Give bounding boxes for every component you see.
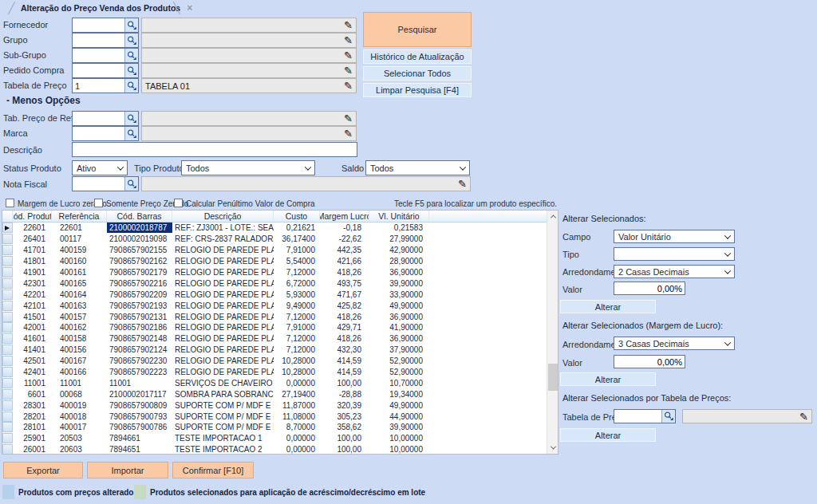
row-indicator[interactable] (2, 267, 13, 278)
cell[interactable]: 25901 (13, 433, 52, 443)
cell[interactable]: 2100002017117 (107, 389, 172, 400)
subgrupo-code-input[interactable] (73, 49, 124, 62)
fornecedor-search-button[interactable] (124, 18, 138, 32)
cell[interactable]: 28201 (13, 411, 52, 422)
cell[interactable]: 11001 (52, 378, 107, 388)
column-header[interactable]: Cód. Produto (13, 211, 52, 222)
cell[interactable]: 400156 (52, 345, 107, 355)
table-row[interactable]: 26401001172100002019098REF: CRS-2837 RAL… (2, 234, 547, 245)
row-indicator[interactable] (2, 389, 13, 400)
cell[interactable]: 37,90000 (369, 345, 429, 355)
cell[interactable]: 19,34000 (369, 389, 429, 400)
cell[interactable]: 44,90000 (369, 411, 429, 422)
nota-fiscal-code-input[interactable] (73, 177, 124, 191)
edit-pencil-icon[interactable]: ✎ (344, 35, 353, 45)
cell[interactable]: RELOGIO DE PAREDE PLASTICO (172, 322, 274, 333)
cell[interactable]: RELOGIO DE PAREDE PLASTICO (172, 278, 274, 289)
cell[interactable]: 42201 (13, 289, 52, 300)
cell[interactable]: 7,12000 (274, 333, 320, 344)
table-row[interactable]: 110011100111001SERVIÇOS DE CHAVEIRO0,000… (2, 377, 547, 388)
edit-pencil-icon[interactable]: ✎ (458, 179, 467, 189)
cell[interactable]: 7,91000 (274, 245, 320, 255)
row-indicator[interactable] (2, 400, 13, 411)
cell[interactable]: 429,71 (320, 322, 369, 333)
column-header[interactable]: Referência (52, 211, 107, 222)
cell[interactable]: 400157 (52, 312, 107, 322)
cell[interactable]: 0,00000 (274, 378, 320, 388)
scroll-down-button[interactable] (547, 442, 558, 454)
cell[interactable]: -28,88 (320, 389, 369, 400)
grid-vertical-scrollbar[interactable] (547, 211, 558, 454)
importar-button[interactable]: Importar (87, 462, 168, 478)
table-row[interactable]: 424014001667908657902223RELOGIO DE PARED… (2, 367, 547, 378)
cell[interactable]: 400160 (52, 256, 107, 266)
table-row[interactable]: 6601000682100002017117SOMBRA PARA SOBRAN… (2, 388, 547, 400)
cell[interactable]: 7908657902230 (107, 356, 172, 366)
cell[interactable]: 358,62 (320, 422, 369, 432)
row-indicator[interactable] (2, 278, 13, 289)
tabela-preco-search-button[interactable] (124, 79, 138, 93)
cell[interactable]: 7894661 (107, 433, 172, 443)
cell[interactable]: 400162 (52, 322, 107, 333)
cell[interactable]: 418,26 (320, 267, 369, 278)
cell[interactable]: 11,87000 (274, 400, 320, 411)
cell[interactable]: 7908657902179 (107, 267, 172, 278)
column-header[interactable]: Margem Lucro (320, 211, 369, 222)
table-row[interactable]: 422014001647908657902209RELOGIO DE PARED… (2, 289, 547, 300)
grupo-code-input[interactable] (73, 33, 124, 47)
cell[interactable]: 39,90000 (369, 278, 429, 289)
table-row[interactable]: 418014001607908657902162RELOGIO DE PARED… (2, 256, 547, 267)
cell[interactable]: 7908657902131 (107, 312, 172, 322)
tipo-select[interactable] (614, 247, 735, 261)
cell[interactable]: 400161 (52, 267, 107, 278)
row-indicator[interactable] (2, 367, 13, 377)
alterar-button-3[interactable]: Alterar (560, 428, 656, 442)
cell[interactable]: 471,67 (320, 289, 369, 300)
cell[interactable]: 400163 (52, 301, 107, 311)
row-indicator[interactable] (2, 356, 13, 366)
cell[interactable]: 36,90000 (369, 333, 429, 344)
cell[interactable]: 400167 (52, 356, 107, 366)
cell[interactable]: 7,12000 (274, 312, 320, 322)
cell[interactable]: 400166 (52, 367, 107, 377)
tab-preco-ref-search-button[interactable] (124, 112, 138, 125)
marca-search-button[interactable] (124, 127, 138, 140)
descricao-input[interactable] (72, 142, 357, 157)
cell[interactable]: 100,00 (320, 378, 369, 388)
tab-close-icon[interactable]: × (187, 4, 192, 12)
table-row[interactable]: 283014000197908657900809SUPORTE COM P/ M… (2, 400, 547, 411)
cell[interactable]: 49,90000 (369, 301, 429, 311)
cell[interactable]: 41501 (13, 312, 52, 322)
row-indicator[interactable] (2, 322, 13, 333)
cell[interactable]: 7908657902223 (107, 367, 172, 377)
cell[interactable]: 418,26 (320, 312, 369, 322)
cell[interactable]: 20603 (52, 444, 107, 454)
cell[interactable]: 0,21583 (369, 222, 429, 233)
somente-preco-zerado-checkbox[interactable] (94, 199, 103, 207)
cell[interactable]: 400164 (52, 289, 107, 300)
cell[interactable]: RELOGIO DE PAREDE PLASTICO (172, 333, 274, 344)
confirmar-button[interactable]: Confirmar [F10] (172, 462, 254, 478)
marca-code-input[interactable] (73, 127, 124, 140)
cell[interactable]: 7908657900786 (107, 422, 172, 432)
historico-atualizacao-button[interactable]: Histórico de Atualização (363, 49, 472, 64)
column-header[interactable]: Cód. Barras (107, 211, 172, 222)
cell[interactable]: 400018 (52, 411, 107, 422)
cell[interactable]: 400019 (52, 400, 107, 411)
cell[interactable]: 10,28000 (274, 356, 320, 366)
cell[interactable]: 414,59 (320, 367, 369, 377)
table-row[interactable]: 420014001627908657902186RELOGIO DE PARED… (2, 322, 547, 333)
table-row[interactable]: 417014001597908657902155RELOGIO DE PARED… (2, 245, 547, 256)
cell[interactable]: 100,00 (320, 444, 369, 454)
edit-pencil-icon[interactable]: ✎ (799, 411, 808, 422)
cell[interactable]: 42401 (13, 367, 52, 377)
table-row[interactable]: 26001206037894651TESTE IMPORTACAO 20,000… (2, 444, 547, 454)
tipo-produto-select[interactable]: Todos (181, 160, 315, 175)
arredondamento2-select[interactable]: 3 Casas Decimais (614, 337, 735, 350)
cell[interactable]: SUPORTE COM P/ MDF E FERRO (172, 422, 274, 432)
cell[interactable]: 320,39 (320, 400, 369, 411)
row-indicator[interactable] (2, 245, 13, 255)
panel-tabela-preco-search-button[interactable] (661, 410, 675, 423)
valor2-input[interactable] (614, 355, 685, 368)
cell[interactable]: 5,93000 (274, 289, 320, 300)
